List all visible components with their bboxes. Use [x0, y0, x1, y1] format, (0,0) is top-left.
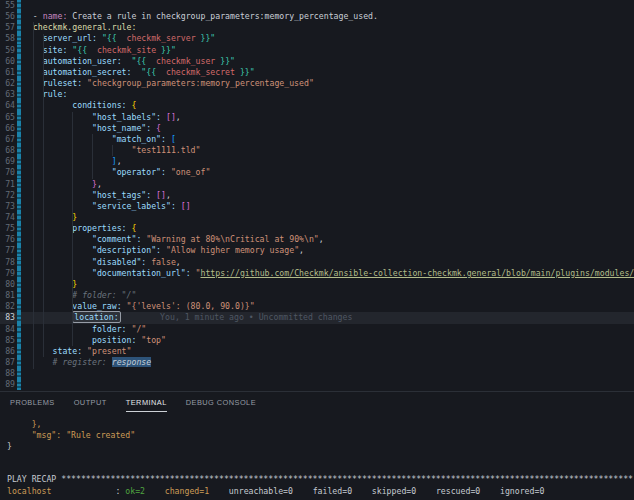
- code-text: # register: response: [23, 357, 151, 368]
- line-number: 74: [0, 212, 15, 223]
- code-line[interactable]: 60 automation_user: "{{ checkmk_user }}": [0, 56, 634, 67]
- line-number: 73: [0, 201, 15, 212]
- code-line[interactable]: 74 }: [0, 212, 634, 223]
- line-number: 71: [0, 179, 15, 190]
- code-text: "service_labels": []: [23, 201, 191, 212]
- git-modified-indicator: [17, 301, 21, 312]
- git-modified-indicator: [17, 290, 21, 301]
- line-number: 62: [0, 78, 15, 89]
- code-line[interactable]: 59 site: "{{ checkmk_site }}": [0, 45, 634, 56]
- code-line[interactable]: 56 - name: Create a rule in checkgroup_p…: [0, 11, 634, 22]
- line-number: 84: [0, 324, 15, 335]
- code-line[interactable]: 71 },: [0, 179, 634, 190]
- code-text: automation_secret: "{{ checkmk_secret }}…: [23, 67, 255, 78]
- line-number: 85: [0, 335, 15, 346]
- tab-problems[interactable]: PROBLEMS: [10, 398, 55, 412]
- code-line[interactable]: 69 ],: [0, 156, 634, 167]
- line-number: 86: [0, 346, 15, 357]
- terminal-output[interactable]: }, "msg": "Rule created"}PLAY RECAP ****…: [0, 414, 634, 500]
- git-modified-indicator: [17, 346, 21, 357]
- line-number: 63: [0, 89, 15, 100]
- git-modified-indicator: [17, 123, 21, 134]
- tab-output[interactable]: OUTPUT: [74, 398, 107, 412]
- code-line[interactable]: 58 server_url: "{{ checkmk_server }}": [0, 33, 634, 44]
- line-number: 60: [0, 56, 15, 67]
- indent-guide: [43, 34, 44, 358]
- code-line[interactable]: 80 }: [0, 279, 634, 290]
- line-number: 58: [0, 33, 15, 44]
- code-line[interactable]: 64 conditions: {: [0, 100, 634, 111]
- code-line[interactable]: 76 "comment": "Warning at 80%\nCritical …: [0, 234, 634, 245]
- tab-debug-console[interactable]: DEBUG CONSOLE: [186, 398, 256, 412]
- code-line[interactable]: 81 # folder: "/": [0, 290, 634, 301]
- terminal-line: [7, 463, 634, 474]
- code-line[interactable]: 89: [0, 379, 634, 390]
- git-modified-indicator: [17, 312, 21, 323]
- line-number: 83: [0, 312, 15, 323]
- code-line[interactable]: 63 rule:: [0, 89, 634, 100]
- code-editor[interactable]: 5556 - name: Create a rule in checkgroup…: [0, 0, 634, 391]
- line-number: 82: [0, 301, 15, 312]
- git-modified-indicator: [17, 45, 21, 56]
- code-text: "host_labels": [],: [23, 112, 181, 123]
- code-line[interactable]: 83 location: You, 1 minute ago • Uncommi…: [0, 312, 634, 323]
- code-line[interactable]: 77 "description": "Allow higher memory u…: [0, 245, 634, 256]
- git-modified-indicator: [17, 368, 21, 379]
- git-modified-indicator: [17, 335, 21, 346]
- code-text: folder: "/": [23, 324, 146, 335]
- git-modified-indicator: [17, 56, 21, 67]
- code-text: site: "{{ checkmk_site }}": [23, 45, 176, 56]
- code-line[interactable]: 73 "service_labels": []: [0, 201, 634, 212]
- code-text: "operator": "one_of": [23, 167, 210, 178]
- code-text: conditions: {: [23, 100, 136, 111]
- code-line[interactable]: 72 "host_tags": [],: [0, 190, 634, 201]
- code-text: rule:: [23, 89, 67, 100]
- code-line[interactable]: 75 properties: {: [0, 223, 634, 234]
- git-modified-indicator: [17, 279, 21, 290]
- code-text: # folder: "/": [23, 290, 136, 301]
- git-modified-indicator: [17, 268, 21, 279]
- git-modified-indicator: [17, 179, 21, 190]
- code-line[interactable]: 85 position: "top": [0, 335, 634, 346]
- git-modified-indicator: [17, 212, 21, 223]
- code-line[interactable]: 65 "host_labels": [],: [0, 112, 634, 123]
- line-number: 77: [0, 245, 15, 256]
- line-number: 70: [0, 167, 15, 178]
- code-text: "comment": "Warning at 80%\nCritical at …: [23, 234, 324, 245]
- line-number: 66: [0, 123, 15, 134]
- code-line[interactable]: 57 checkmk.general.rule:: [0, 22, 634, 33]
- tab-terminal[interactable]: TERMINAL: [126, 398, 167, 412]
- git-modified-indicator: [17, 379, 21, 390]
- terminal-line: PLAY RECAP *****************************…: [7, 474, 634, 485]
- code-line[interactable]: 79 "documentation_url": "https://github.…: [0, 268, 634, 279]
- git-modified-indicator: [17, 33, 21, 44]
- code-line[interactable]: 88: [0, 368, 634, 379]
- code-line[interactable]: 61 automation_secret: "{{ checkmk_secret…: [0, 67, 634, 78]
- line-number: 88: [0, 368, 15, 379]
- line-number: 67: [0, 134, 15, 145]
- git-modified-indicator: [17, 223, 21, 234]
- git-modified-indicator: [17, 145, 21, 156]
- code-text: "documentation_url": "https://github.com…: [23, 268, 634, 279]
- git-modified-indicator: [17, 245, 21, 256]
- code-line[interactable]: 84 folder: "/": [0, 324, 634, 335]
- code-line[interactable]: 66 "host_name": {: [0, 123, 634, 134]
- code-line[interactable]: 68 "test1111.tld": [0, 145, 634, 156]
- code-line[interactable]: 87 # register: response: [0, 357, 634, 368]
- code-line[interactable]: 70 "operator": "one_of": [0, 167, 634, 178]
- code-line[interactable]: 62 ruleset: "checkgroup_parameters:memor…: [0, 78, 634, 89]
- line-number: 64: [0, 100, 15, 111]
- code-line[interactable]: 55: [0, 0, 634, 11]
- code-line[interactable]: 86 state: "present": [0, 346, 634, 357]
- terminal-line: "msg": "Rule created": [7, 430, 634, 441]
- code-text: server_url: "{{ checkmk_server }}": [23, 33, 215, 44]
- code-text: },: [23, 179, 102, 190]
- git-modified-indicator: [17, 112, 21, 123]
- vscode-window: 5556 - name: Create a rule in checkgroup…: [0, 0, 634, 500]
- git-modified-indicator: [17, 134, 21, 145]
- code-line[interactable]: 78 "disabled": false,: [0, 257, 634, 268]
- terminal-line: [7, 452, 634, 463]
- line-number: 65: [0, 112, 15, 123]
- code-line[interactable]: 67 "match_on": [: [0, 134, 634, 145]
- line-number: 80: [0, 279, 15, 290]
